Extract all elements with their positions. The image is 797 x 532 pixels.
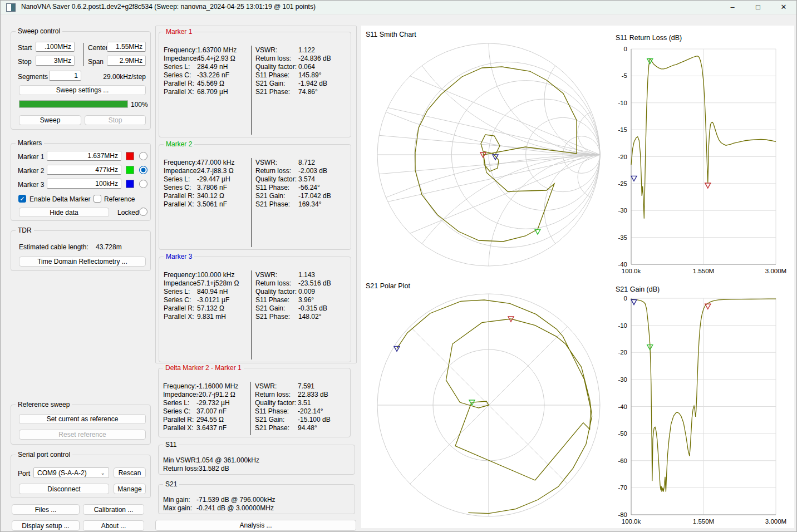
marker2-color-swatch[interactable] xyxy=(126,166,134,174)
sweep-progress-bar xyxy=(19,100,128,108)
marker-field-label: Series C: xyxy=(163,408,190,415)
start-label: Start xyxy=(18,44,32,52)
charts-area[interactable]: S11 Smith ChartS11 Return Loss (dB)S21 P… xyxy=(361,26,794,528)
svg-text:-70: -70 xyxy=(618,484,627,491)
hide-data-button[interactable]: Hide data xyxy=(19,208,109,217)
marker3-input[interactable]: 100kHz xyxy=(47,179,121,189)
maximize-button[interactable]: □ xyxy=(745,1,771,14)
s21-stats-group: S21 Min gain: -71.539 dB @ 796.000kHz Ma… xyxy=(158,484,355,514)
display-setup-button[interactable]: Display setup ... xyxy=(12,520,80,531)
marker-field-label: S11 Phase: xyxy=(255,184,289,191)
marker-field-label: Return loss: xyxy=(255,168,291,175)
marker-field-label: S21 Gain: xyxy=(255,193,285,200)
files-button[interactable]: Files ... xyxy=(12,504,80,515)
marker1-color-swatch[interactable] xyxy=(126,152,134,160)
reference-checkbox[interactable] xyxy=(94,195,101,203)
marker-field-value: 0.009 xyxy=(298,288,315,295)
marker-field-label: Parallel X: xyxy=(164,201,194,208)
marker3-color-swatch[interactable] xyxy=(126,180,134,188)
stop-input[interactable]: 3MHz xyxy=(36,56,75,66)
locked-radio[interactable] xyxy=(139,208,147,216)
marker-field-value: -29.447 µH xyxy=(197,176,230,183)
marker1-radio[interactable] xyxy=(139,152,147,160)
marker-field-label: Frequency: xyxy=(163,383,196,390)
marker-field-label: S21 Phase: xyxy=(255,425,289,432)
panel-divider xyxy=(250,382,251,435)
marker-field-value: 3.574 xyxy=(298,176,315,183)
marker2-radio[interactable] xyxy=(139,166,147,174)
svg-text:S21 Gain (dB): S21 Gain (dB) xyxy=(616,285,660,293)
cable-length-label: Estimated cable length: xyxy=(19,243,88,251)
marker-field-label: Parallel X: xyxy=(164,313,194,321)
marker-field-value: -15.100 dB xyxy=(298,416,331,423)
panel-divider xyxy=(251,158,252,247)
marker-field-value: -0.315 dB xyxy=(298,305,327,312)
min-vswr-label: Min VSWR: xyxy=(163,456,198,464)
marker-field-value: 3.96° xyxy=(298,297,314,304)
port-value: COM9 (S-A-A-2) xyxy=(37,469,87,477)
svg-text:-60: -60 xyxy=(618,457,627,464)
marker-data-panel: Marker 2Frequency:477.000 kHzVSWR:8.712I… xyxy=(159,144,351,250)
center-input[interactable]: 1.55MHz xyxy=(107,42,146,52)
enable-delta-checkbox[interactable]: ✓ xyxy=(18,195,26,203)
calibration-button[interactable]: Calibration ... xyxy=(83,504,144,515)
marker1-input[interactable]: 1.637MHz xyxy=(47,151,121,161)
marker-field-label: Impedance: xyxy=(163,391,198,398)
group-title: TDR xyxy=(16,226,34,234)
marker-field-label: VSWR: xyxy=(255,272,277,279)
marker-field-value: 840.94 nH xyxy=(197,288,228,295)
start-input[interactable]: .100MHz xyxy=(36,42,75,52)
marker-data-panel: Marker 1Frequency:1.63700 MHzVSWR:1.122I… xyxy=(159,32,351,137)
serial-port-group: Serial port control Port COM9 (S-A-A-2) … xyxy=(11,455,151,498)
marker-field-label: Series L: xyxy=(164,176,190,183)
marker-field-value: 477.000 kHz xyxy=(197,159,234,166)
svg-text:0: 0 xyxy=(624,46,627,52)
marker-field-label: Parallel X: xyxy=(164,88,194,96)
sweep-settings-button[interactable]: Sweep settings ... xyxy=(19,85,146,95)
rescan-button[interactable]: Rescan xyxy=(114,467,146,478)
marker-field-value: 94.48° xyxy=(298,425,317,432)
segments-input[interactable]: 1 xyxy=(49,71,81,81)
max-gain-value: -0.241 dB @ 3.00000MHz xyxy=(196,504,274,512)
marker-field-label: Quality factor: xyxy=(255,63,297,71)
marker-field-label: S21 Phase: xyxy=(255,313,290,321)
group-title: Serial port control xyxy=(16,451,72,459)
marker-field-value: 340.12 Ω xyxy=(197,193,224,200)
set-reference-button[interactable]: Set current as reference xyxy=(19,414,146,424)
manage-button[interactable]: Manage xyxy=(114,484,146,494)
marker-field-value: 45.4+j2.93 Ω xyxy=(197,55,235,62)
marker-field-value: 57.1+j528m Ω xyxy=(197,280,239,287)
close-button[interactable]: ✕ xyxy=(771,1,796,14)
marker-field-label: S21 Phase: xyxy=(255,88,290,96)
svg-text:-50: -50 xyxy=(618,430,627,437)
span-input[interactable]: 2.9MHz xyxy=(107,56,146,66)
marker-field-label: Quality factor: xyxy=(255,176,297,183)
marker3-radio[interactable] xyxy=(139,180,147,188)
group-title: Reference sweep xyxy=(16,401,72,408)
marker-field-value: 7.591 xyxy=(298,383,314,390)
marker-field-label: S21 Gain: xyxy=(255,305,285,312)
group-title: Sweep control xyxy=(16,27,62,35)
reset-reference-button: Reset reference xyxy=(19,430,146,440)
marker-field-label: S11 Phase: xyxy=(255,297,289,304)
port-dropdown[interactable]: COM9 (S-A-A-2) ⌄ xyxy=(33,467,109,478)
tdr-button[interactable]: Time Domain Reflectometry ... xyxy=(19,257,146,267)
marker-field-label: Impedance: xyxy=(164,280,199,287)
marker-field-value: 3.51 xyxy=(298,400,311,407)
disconnect-button[interactable]: Disconnect xyxy=(19,484,109,494)
marker2-input[interactable]: 477kHz xyxy=(47,165,121,175)
svg-text:0: 0 xyxy=(624,295,627,302)
minimize-button[interactable]: – xyxy=(720,1,745,14)
marker-field-value: -20.7-j91.2 Ω xyxy=(196,391,235,398)
marker-field-label: Impedance: xyxy=(164,55,199,62)
about-button[interactable]: About ... xyxy=(83,520,144,531)
title-bar: NanoVNA Saver 0.6.2.post1.dev2+g2f8c534 … xyxy=(1,1,796,14)
marker-field-label: Series C: xyxy=(164,72,191,79)
analysis-button[interactable]: Analysis ... xyxy=(155,520,356,531)
marker-field-label: Series C: xyxy=(164,184,191,191)
s11-return-loss-label: Return loss: xyxy=(163,465,199,472)
marker-field-value: 24.7-j88.3 Ω xyxy=(197,168,234,175)
min-gain-value: -71.539 dB @ 796.000kHz xyxy=(196,496,275,504)
sweep-button[interactable]: Sweep xyxy=(19,115,81,125)
marker-data-panel: Marker 3Frequency:100.000 kHzVSWR:1.143I… xyxy=(159,257,351,362)
